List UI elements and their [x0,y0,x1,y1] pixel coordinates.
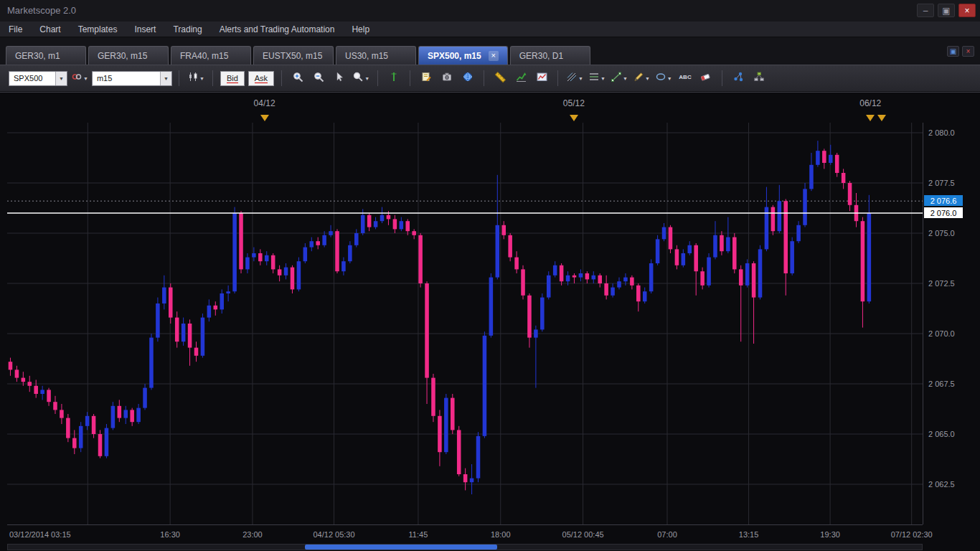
period-select[interactable]: m15 ▼ [92,71,172,86]
cursor-button[interactable] [330,69,349,88]
chart-plot[interactable] [7,123,923,524]
note-button[interactable] [417,69,435,88]
window-title: Marketscope 2.0 [7,5,76,16]
tab-spx500-m15[interactable]: SPX500, m15× [418,46,508,65]
tab-ger30-d1[interactable]: GER30, D1 [510,46,590,65]
date-marker-triangle-icon [877,115,886,121]
minimize-button[interactable]: – [917,4,934,17]
cursor-icon [334,71,345,85]
chart-restore-button[interactable]: ▣ [947,46,959,57]
trend-chart-button[interactable] [512,69,530,88]
bid-button[interactable]: Bid [220,71,245,86]
globe-button[interactable] [458,69,477,88]
tab-label: US30, m15 [345,51,388,61]
pencil-icon [633,71,644,85]
ellipse-button[interactable]: ▼ [654,69,674,88]
chart-type-icon [187,71,199,85]
horizontal-scrollbar[interactable] [7,544,923,550]
menu-bar: FileChartTemplatesInsertTradingAlerts an… [0,22,980,37]
menu-trading[interactable]: Trading [173,24,202,34]
fibonacci-button[interactable]: ▼ [565,69,585,88]
chevron-down-icon: ▼ [83,76,88,81]
tab-label: GER30, D1 [519,51,563,61]
indicators-button[interactable] [532,69,551,88]
tab-label: GER30, m15 [98,51,147,61]
date-marker-triangle-icon [570,115,578,121]
chevron-down-icon: ▼ [645,76,650,81]
time-axis-label: 16:30 [160,530,180,539]
price-tick-label: 2 080.0 [928,128,955,137]
close-button[interactable]: × [958,4,976,17]
menu-help[interactable]: Help [352,24,369,34]
menu-chart[interactable]: Chart [39,24,60,34]
price-axis[interactable]: 2 080.02 077.52 075.02 072.52 070.02 067… [923,123,980,524]
eraser-button[interactable] [697,69,715,88]
vertical-cursor-icon [388,71,400,85]
globe-icon [462,71,473,85]
tab-label: SPX500, m15 [428,51,481,61]
price-tick-label: 2 067.5 [928,380,955,388]
chart-close-button[interactable]: × [962,46,974,57]
price-tick-label: 2 065.0 [928,430,955,438]
note-icon [420,71,432,85]
ruler-button[interactable] [491,69,509,88]
levels-icon [588,71,600,85]
zoom-box-button[interactable]: ▼ [351,69,371,88]
tab-close-icon[interactable]: × [489,51,499,61]
chart-window: 04/1205/1206/12 2 080.02 077.52 075.02 0… [0,92,980,551]
tab-ger30-m15[interactable]: GER30, m15 [88,46,169,65]
scrollbar-thumb[interactable] [305,545,497,550]
tab-eustx50-m15[interactable]: EUSTX50, m15 [253,46,334,65]
chain-link-icon [71,71,83,85]
vertical-cursor-button[interactable] [385,69,403,88]
price-tick-label: 2 072.5 [928,279,955,288]
camera-button[interactable] [438,69,456,88]
time-axis[interactable]: 03/12/2014 03:1516:3023:0004/12 05:3011:… [7,524,923,545]
tab-label: FRA40, m15 [180,51,228,61]
fibonacci-icon [566,71,578,85]
price-tick-label: 2 062.5 [928,480,955,489]
zoom-out-icon [313,71,325,86]
menu-templates[interactable]: Templates [78,24,118,34]
pencil-button[interactable]: ▼ [631,69,651,88]
time-axis-label: 07:00 [657,530,677,539]
tabs-container: GER30, m1GER30, m15FRA40, m15EUSTX50, m1… [6,46,593,65]
date-strip: 04/1205/1206/12 [7,98,923,123]
price-tick-label: 2 077.5 [928,179,955,187]
ask-price-tag: 2 076.6 [924,195,963,206]
strategy-icon [753,71,765,85]
menu-insert[interactable]: Insert [134,24,156,34]
trendline-button[interactable]: ▼ [609,69,629,88]
link-chart-button[interactable]: ▼ [70,69,90,88]
text-label-button[interactable]: ABC [676,69,694,88]
date-marker-label: 05/12 [563,98,585,108]
menu-alerts-and-trading-automation[interactable]: Alerts and Trading Automation [220,24,335,34]
zoom-in-icon [292,71,304,86]
date-marker-triangle-icon [260,115,269,121]
molecule-button[interactable] [729,69,748,88]
ask-button[interactable]: Ask [248,71,274,86]
strategy-button[interactable] [750,69,768,88]
date-marker-triangle-icon [866,115,875,121]
levels-button[interactable]: ▼ [587,69,607,88]
chart-type-button[interactable]: ▼ [186,69,206,88]
tab-fra40-m15[interactable]: FRA40, m15 [171,46,251,65]
symbol-select[interactable]: SPX500 ▼ [9,71,67,86]
zoom-out-button[interactable] [309,69,328,88]
chevron-down-icon[interactable]: ▼ [160,72,171,85]
tab-us30-m15[interactable]: US30, m15 [336,46,416,65]
date-marker-label: 04/12 [254,98,275,108]
chevron-down-icon[interactable]: ▼ [55,72,67,85]
svg-text:ABC: ABC [679,74,692,80]
tab-label: EUSTX50, m15 [263,51,322,61]
symbol-value: SPX500 [14,74,42,83]
menu-file[interactable]: File [9,24,22,34]
chevron-down-icon: ▼ [199,76,204,81]
restore-button[interactable]: ▣ [938,4,955,17]
ruler-icon [494,71,507,86]
chevron-down-icon: ▼ [578,76,583,81]
tab-ger30-m1[interactable]: GER30, m1 [6,46,86,65]
price-tick-label: 2 075.0 [928,229,955,237]
zoom-in-button[interactable] [288,69,307,88]
time-axis-label: 18:00 [491,530,511,539]
